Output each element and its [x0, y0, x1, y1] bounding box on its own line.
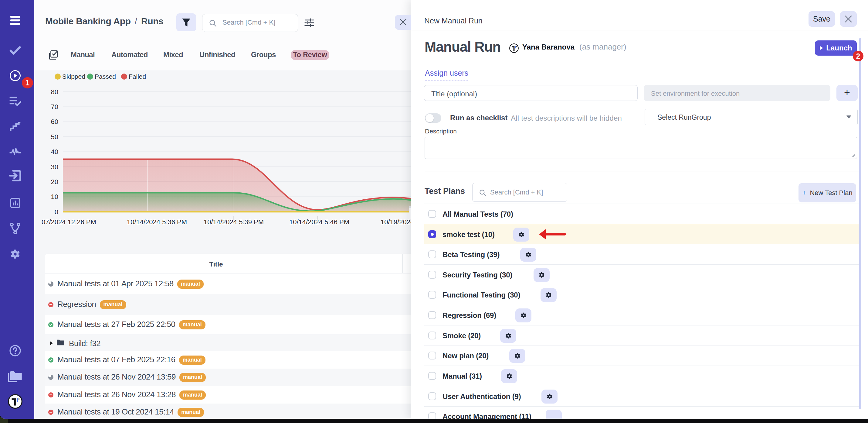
- svg-text:0: 0: [55, 208, 58, 216]
- svg-text:80: 80: [51, 88, 58, 96]
- svg-text:30: 30: [51, 163, 58, 171]
- svg-text:40: 40: [51, 148, 58, 156]
- svg-text:50: 50: [51, 133, 58, 141]
- svg-text:60: 60: [51, 118, 58, 125]
- svg-text:Failed: Failed: [129, 73, 146, 80]
- svg-text:10/14/2024 5:36 PM: 10/14/2024 5:36 PM: [127, 218, 187, 226]
- svg-text:10/19/2024: 10/19/2024: [380, 218, 413, 226]
- svg-text:10: 10: [51, 193, 58, 201]
- svg-text:07/2024 12:26 PM: 07/2024 12:26 PM: [41, 218, 96, 226]
- svg-text:70: 70: [51, 103, 58, 111]
- svg-text:10/14/2024 5:46 PM: 10/14/2024 5:46 PM: [289, 218, 349, 226]
- svg-text:Passed: Passed: [95, 73, 116, 80]
- svg-text:10/14/2024 5:39 PM: 10/14/2024 5:39 PM: [204, 218, 264, 226]
- svg-text:20: 20: [51, 178, 58, 186]
- svg-text:Skipped: Skipped: [62, 73, 85, 80]
